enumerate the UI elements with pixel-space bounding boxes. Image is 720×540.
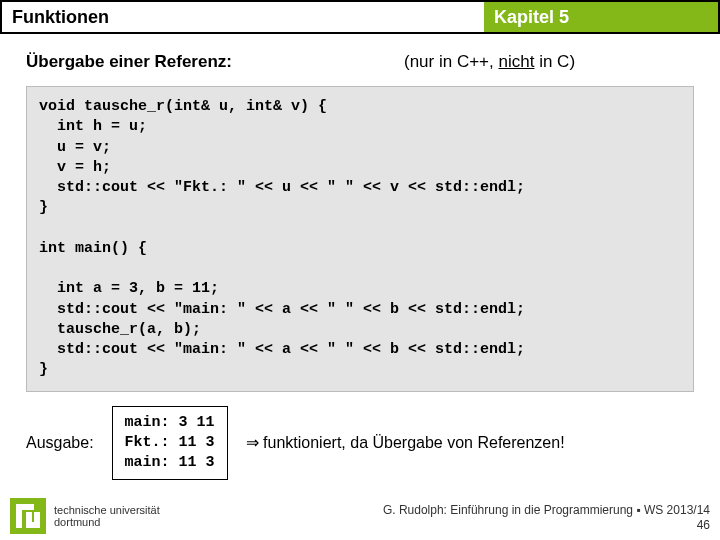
- university-name-line1: technische universität: [54, 504, 160, 516]
- output-box: main: 3 11 Fkt.: 11 3 main: 11 3: [112, 406, 228, 481]
- university-name: technische universität dortmund: [54, 504, 160, 528]
- slide-footer: G. Rudolph: Einführung in die Programmie…: [383, 503, 710, 534]
- university-logo: technische universität dortmund: [10, 498, 160, 534]
- subtitle-right-suffix: in C): [534, 52, 575, 71]
- output-row: Ausgabe: main: 3 11 Fkt.: 11 3 main: 11 …: [0, 406, 720, 481]
- subtitle-right: (nur in C++, nicht in C): [404, 52, 694, 72]
- slide-content: Übergabe einer Referenz: (nur in C++, ni…: [0, 34, 720, 392]
- subtitle-row: Übergabe einer Referenz: (nur in C++, ni…: [26, 52, 694, 72]
- university-name-line2: dortmund: [54, 516, 160, 528]
- code-block: void tausche_r(int& u, int& v) { int h =…: [26, 86, 694, 392]
- output-label: Ausgabe:: [26, 434, 94, 452]
- subtitle-right-prefix: (nur in C++,: [404, 52, 499, 71]
- conclusion-note: ⇒ funktioniert, da Übergabe von Referenz…: [246, 433, 565, 452]
- subtitle-right-underlined: nicht: [499, 52, 535, 71]
- header-topic: Funktionen: [0, 0, 484, 34]
- subtitle-left: Übergabe einer Referenz:: [26, 52, 404, 72]
- slide-header: Funktionen Kapitel 5: [0, 0, 720, 34]
- footer-credit: G. Rudolph: Einführung in die Programmie…: [383, 503, 710, 519]
- footer-page-number: 46: [383, 518, 710, 534]
- tu-logo-icon: [10, 498, 46, 534]
- header-chapter: Kapitel 5: [484, 0, 720, 34]
